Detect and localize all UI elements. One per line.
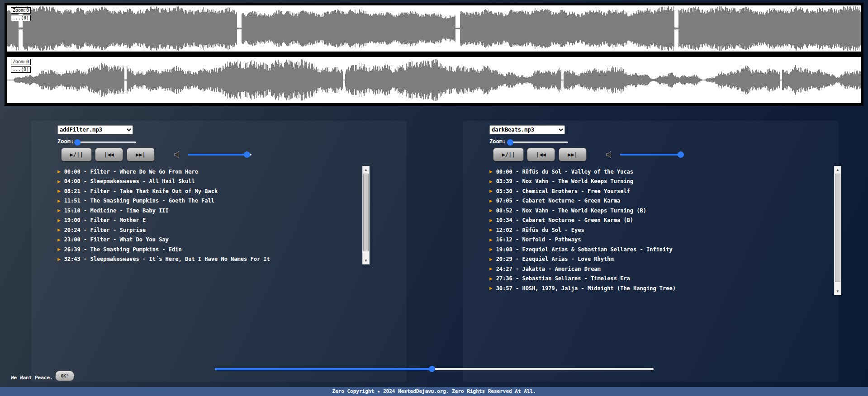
slider-thumb[interactable] xyxy=(244,151,250,158)
play-track-icon: ▶ xyxy=(489,286,493,291)
track-row[interactable]: ▶03:39 - Nox Vahn - The World Keeps Turn… xyxy=(489,177,834,187)
track-label: 27:36 - Sebastian Sellares - Timeless Er… xyxy=(496,275,630,282)
play-track-icon: ▶ xyxy=(489,169,493,174)
zoom-caption: Zoom: xyxy=(489,138,506,145)
track-label: 04:00 - Sleepmakeswaves - All Hail Skull xyxy=(64,178,195,184)
peace-message: We Want Peace. xyxy=(11,375,53,381)
track-row[interactable]: ▶24:27 - Jakatta - American Dream xyxy=(489,264,834,274)
slider-thumb[interactable] xyxy=(74,139,81,146)
play-pause-button-b[interactable]: ▶/|| xyxy=(493,148,524,161)
player-b-panel: darkBeats.mp3 Zoom: ▶/|| |◀◀ ▶▶| ▶00:00 … xyxy=(463,121,839,382)
track-label: 30:57 - HOSH, 1979, Jalja - Midnight (Th… xyxy=(496,285,676,292)
play-pause-button-a[interactable]: ▶/|| xyxy=(61,148,92,161)
track-row[interactable]: ▶11:51 - The Smashing Pumpkins - Goeth T… xyxy=(57,196,362,206)
waveform-deck-b[interactable]: Zoom:0 ...(0) xyxy=(7,57,861,103)
next-track-button-a[interactable]: ▶▶| xyxy=(127,148,155,161)
play-track-icon: ▶ xyxy=(489,189,493,193)
tracklist-b-scrollbar[interactable]: ▲ ▼ xyxy=(834,166,841,295)
track-row[interactable]: ▶08:21 - Filter - Take That Knife Out of… xyxy=(57,186,362,196)
track-label: 26:39 - The Smashing Pumpkins - Edin xyxy=(64,246,182,253)
track-row[interactable]: ▶32:43 - Sleepmakeswaves - It´s Here, Bu… xyxy=(57,255,362,264)
track-row[interactable]: ▶27:36 - Sebastian Sellares - Timeless E… xyxy=(489,274,834,284)
zoom-slider-b[interactable] xyxy=(507,139,568,146)
crossfade-slider[interactable] xyxy=(215,365,654,372)
file-select-a[interactable]: addFilter.mp3 xyxy=(57,125,133,134)
tracklist-a-scrollbar[interactable]: ▲ ▼ xyxy=(362,166,370,264)
track-row[interactable]: ▶16:12 - Norfold - Pathways xyxy=(489,235,834,245)
waveform-a-canvas[interactable] xyxy=(7,5,861,52)
track-row[interactable]: ▶23:00 - Filter - What Do You Say xyxy=(57,235,362,245)
track-row[interactable]: ▶20:24 - Filter - Surprise xyxy=(57,225,362,235)
play-track-icon: ▶ xyxy=(489,227,493,232)
play-track-icon: ▶ xyxy=(489,276,493,281)
play-track-icon: ▶ xyxy=(489,257,493,262)
footer-bar: Zero Copyright ★ 2024 NestedDejavu.org. … xyxy=(0,387,868,396)
scrollbar-thumb[interactable] xyxy=(835,174,840,282)
file-select-b[interactable]: darkBeats.mp3 xyxy=(489,125,565,134)
track-label: 23:00 - Filter - What Do You Say xyxy=(64,236,169,243)
track-row[interactable]: ▶26:39 - The Smashing Pumpkins - Edin xyxy=(57,245,362,255)
volume-slider-a[interactable] xyxy=(188,151,251,158)
track-row[interactable]: ▶07:05 - Cabaret Nocturne - Green Karma xyxy=(489,196,834,206)
track-row[interactable]: ▶00:00 - Rüfüs du Sol - Valley of the Yu… xyxy=(489,167,834,177)
track-label: 07:05 - Cabaret Nocturne - Green Karma xyxy=(496,198,621,204)
play-track-icon: ▶ xyxy=(57,169,61,174)
scroll-up-icon[interactable]: ▲ xyxy=(363,166,369,173)
track-label: 15:10 - Medicine - Time Baby III xyxy=(64,207,169,214)
zoom-slider-a[interactable] xyxy=(75,139,136,146)
speaker-icon xyxy=(173,150,183,160)
waveform-b-zoom-label: Zoom:0 xyxy=(11,59,31,65)
dj-mixer-app: Zoom:0 ...(0) Zoom:0 ...(0) addFilter.mp… xyxy=(0,0,868,396)
waveform-deck-a[interactable]: Zoom:0 ...(0) xyxy=(7,5,861,52)
scroll-down-icon[interactable]: ▼ xyxy=(835,288,841,295)
play-track-icon: ▶ xyxy=(57,189,61,193)
previous-track-button-b[interactable]: |◀◀ xyxy=(527,148,555,161)
track-row[interactable]: ▶12:02 - Rüfüs du Sol - Eyes xyxy=(489,225,834,235)
track-label: 11:51 - The Smashing Pumpkins - Goeth Th… xyxy=(64,198,214,204)
play-track-icon: ▶ xyxy=(57,198,61,203)
track-row[interactable]: ▶15:10 - Medicine - Time Baby III xyxy=(57,206,362,216)
track-row[interactable]: ▶19:00 - Filter - Mother E xyxy=(57,216,362,226)
waveform-a-overlay-label: ...(0) xyxy=(11,15,31,21)
player-a-panel: addFilter.mp3 Zoom: ▶/|| |◀◀ ▶▶| ▶00:00 … xyxy=(31,121,407,382)
ok-button[interactable]: OK! xyxy=(55,371,74,381)
play-track-icon: ▶ xyxy=(489,208,493,213)
play-track-icon: ▶ xyxy=(57,227,61,232)
play-track-icon: ▶ xyxy=(57,218,61,223)
track-row[interactable]: ▶19:08 - Ezequiel Arias & Sebastian Sell… xyxy=(489,245,834,255)
play-track-icon: ▶ xyxy=(57,247,61,252)
slider-thumb[interactable] xyxy=(678,151,684,158)
track-label: 20:24 - Filter - Surprise xyxy=(64,227,146,233)
play-track-icon: ▶ xyxy=(489,237,493,242)
track-row[interactable]: ▶00:00 - Filter - Where Do We Go From He… xyxy=(57,167,362,177)
play-track-icon: ▶ xyxy=(57,237,61,242)
track-row[interactable]: ▶10:34 - Cabaret Nocturne - Green Karma … xyxy=(489,216,834,226)
slider-thumb[interactable] xyxy=(429,366,435,372)
next-track-button-b[interactable]: ▶▶| xyxy=(559,148,587,161)
play-track-icon: ▶ xyxy=(57,208,61,213)
track-label: 00:00 - Rüfüs du Sol - Valley of the Yuc… xyxy=(496,169,633,175)
track-label: 32:43 - Sleepmakeswaves - It´s Here, But… xyxy=(64,256,270,262)
track-row[interactable]: ▶08:52 - Nox Vahn - The World Keeps Turn… xyxy=(489,206,834,216)
track-label: 08:21 - Filter - Take That Knife Out of … xyxy=(64,188,218,194)
slider-thumb[interactable] xyxy=(507,139,513,146)
track-label: 12:02 - Rüfüs du Sol - Eyes xyxy=(496,227,584,233)
play-track-icon: ▶ xyxy=(57,257,61,262)
track-label: 20:29 - Ezequiel Arias - Love Rhythm xyxy=(496,256,614,262)
scroll-up-icon[interactable]: ▲ xyxy=(835,166,841,173)
track-label: 03:39 - Nox Vahn - The World Keeps Turni… xyxy=(496,178,633,184)
track-row[interactable]: ▶20:29 - Ezequiel Arias - Love Rhythm xyxy=(489,255,834,264)
track-row[interactable]: ▶30:57 - HOSH, 1979, Jalja - Midnight (T… xyxy=(489,283,834,293)
scrollbar-thumb[interactable] xyxy=(363,174,369,251)
play-track-icon: ▶ xyxy=(489,198,493,203)
previous-track-button-a[interactable]: |◀◀ xyxy=(95,148,123,161)
track-row[interactable]: ▶04:00 - Sleepmakeswaves - All Hail Skul… xyxy=(57,177,362,187)
play-track-icon: ▶ xyxy=(489,247,493,252)
track-label: 00:00 - Filter - Where Do We Go From Her… xyxy=(64,169,198,175)
volume-slider-b[interactable] xyxy=(620,151,683,158)
track-row[interactable]: ▶05:30 - Chemical Brothers - Free Yourse… xyxy=(489,186,834,196)
tracklist-b: ▶00:00 - Rüfüs du Sol - Valley of the Yu… xyxy=(489,166,841,295)
waveform-a-zoom-label: Zoom:0 xyxy=(11,7,31,14)
scroll-down-icon[interactable]: ▼ xyxy=(363,257,369,264)
waveform-b-canvas[interactable] xyxy=(7,57,861,103)
